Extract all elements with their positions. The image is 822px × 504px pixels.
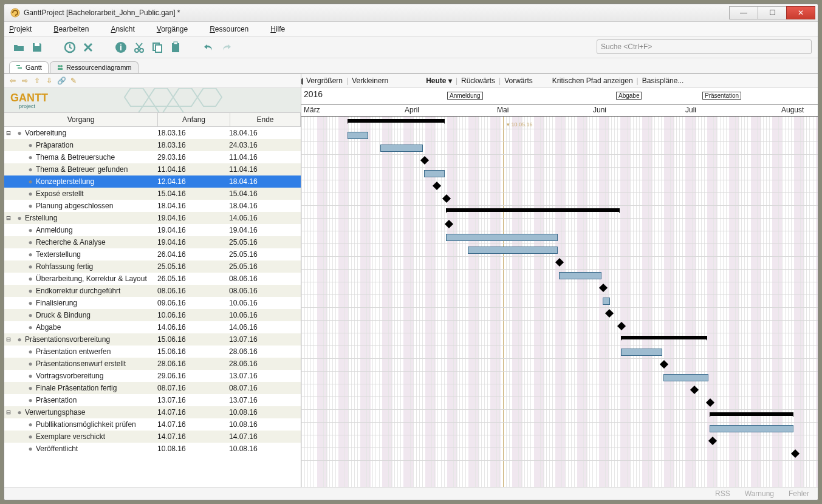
maximize-button[interactable]: ☐ — [758, 6, 787, 19]
chart-row[interactable] — [301, 321, 818, 333]
chart-row[interactable] — [301, 219, 818, 231]
milestone-diamond[interactable] — [599, 284, 608, 292]
chart-row[interactable] — [301, 435, 818, 448]
menu-bearbeiten[interactable]: Bearbeiten — [53, 25, 100, 33]
task-tree[interactable]: ⊟●Vorbereitung18.03.1618.04.16●Präparati… — [4, 127, 301, 487]
close-button[interactable]: ✕ — [786, 6, 815, 19]
task-row[interactable]: ●Präparation18.03.1624.03.16 — [4, 139, 301, 151]
search-input[interactable]: Suche <Ctrl+F> — [597, 39, 812, 54]
task-row[interactable]: ●Präsentationsenwurf erstellt28.06.1628.… — [4, 358, 301, 370]
milestone-diamond[interactable] — [433, 182, 441, 190]
task-row[interactable]: ●Endkorrektur durchgeführt08.06.1608.06.… — [4, 285, 301, 297]
tab-resources[interactable]: Ressourcendiagramm — [50, 61, 139, 73]
unlink-icon[interactable]: ✎ — [69, 76, 78, 86]
critical-path-button[interactable]: Kritischen Pfad anzeigen — [552, 77, 633, 85]
move-up-icon[interactable]: ⇧ — [32, 76, 42, 86]
cut-icon[interactable] — [132, 40, 146, 55]
task-bar[interactable] — [621, 349, 662, 356]
col-start[interactable]: Anfang — [158, 113, 230, 126]
task-bar[interactable] — [380, 145, 423, 152]
task-row[interactable]: ●Thema & Betreuer gefunden11.04.1611.04.… — [4, 163, 301, 175]
expand-toggle[interactable]: ⊟ — [4, 408, 13, 417]
chart-row[interactable] — [301, 257, 818, 270]
milestone-diamond[interactable] — [420, 156, 429, 165]
chart-row[interactable] — [301, 346, 818, 359]
task-row[interactable]: ●Finale Präsentation fertig08.07.1608.07… — [4, 382, 301, 394]
menu-vorgaenge[interactable]: Vorgänge — [157, 25, 199, 33]
status-rss[interactable]: RSS — [715, 489, 730, 498]
back-button[interactable]: Rückwärts — [461, 77, 495, 85]
chart-row[interactable] — [301, 155, 818, 168]
menu-projekt[interactable]: Projekt — [9, 25, 43, 33]
task-bar[interactable] — [603, 298, 610, 305]
chart-row[interactable] — [301, 448, 818, 461]
chart-row[interactable] — [301, 193, 818, 206]
expand-toggle[interactable]: ⊟ — [4, 214, 13, 222]
chart-row[interactable] — [301, 333, 818, 346]
task-row[interactable]: ●Abgabe14.06.1614.06.16 — [4, 321, 301, 333]
chart-row[interactable] — [301, 270, 818, 282]
milestone-diamond[interactable] — [442, 194, 451, 203]
task-bar[interactable] — [663, 374, 708, 381]
chart-row[interactable] — [301, 410, 818, 423]
chart-row[interactable] — [301, 244, 818, 257]
menu-ansicht[interactable]: Ansicht — [111, 25, 145, 33]
task-row[interactable]: ●Exemplare verschickt14.07.1614.07.16 — [4, 431, 301, 443]
task-bar[interactable] — [446, 234, 558, 241]
chart-row[interactable] — [301, 359, 818, 372]
chart-row[interactable] — [301, 206, 818, 219]
milestone-diamond[interactable] — [708, 437, 717, 445]
task-row[interactable]: ●Exposé erstellt15.04.1615.04.16 — [4, 188, 301, 200]
milestone-diamond[interactable] — [555, 258, 564, 267]
task-row[interactable]: ●Konzepterstellung12.04.1618.04.16 — [4, 175, 301, 188]
menu-ressourcen[interactable]: Ressourcen — [210, 25, 259, 33]
save-icon[interactable] — [30, 40, 44, 55]
task-row[interactable]: ⊟●Erstellung19.04.1614.06.16 — [4, 212, 301, 224]
move-down-icon[interactable]: ⇩ — [44, 76, 54, 86]
milestone-diamond[interactable] — [605, 309, 614, 318]
delete-icon[interactable] — [81, 40, 95, 55]
nav-fwd-icon[interactable]: ⇨ — [20, 76, 30, 86]
task-bar[interactable] — [424, 170, 445, 177]
task-row[interactable]: ●Texterstellung26.04.1625.05.16 — [4, 248, 301, 261]
chart-row[interactable] — [301, 372, 818, 384]
task-bar[interactable] — [559, 272, 601, 279]
titlebar[interactable]: GanttProject [Bachelorarbeit_John_Public… — [4, 4, 818, 22]
task-bar[interactable] — [710, 425, 793, 432]
milestone-diamond[interactable] — [706, 398, 714, 407]
milestone-diamond[interactable] — [617, 322, 626, 330]
chart-row[interactable] — [301, 423, 818, 435]
chart-row[interactable] — [301, 397, 818, 410]
redo-icon[interactable] — [219, 40, 234, 55]
chart-row[interactable] — [301, 308, 818, 321]
milestone-diamond[interactable] — [660, 360, 668, 369]
chart-row[interactable] — [301, 180, 818, 193]
task-row[interactable]: ●Recherche & Analyse19.04.1625.05.16 — [4, 236, 301, 248]
baselines-button[interactable]: Basispläne... — [642, 77, 684, 85]
chart-row[interactable] — [301, 142, 818, 155]
milestone-diamond[interactable] — [791, 449, 800, 458]
link-icon[interactable]: 🔗 — [57, 76, 66, 86]
task-row[interactable]: ⊟●Präsentationsvorbereitung15.06.1613.07… — [4, 333, 301, 346]
chart-row[interactable] — [301, 295, 818, 308]
zoom-in-button[interactable]: Vergrößern — [306, 77, 343, 85]
task-bar[interactable] — [468, 247, 558, 254]
task-row[interactable]: ●Präsentation13.07.1613.07.16 — [4, 394, 301, 406]
chart-row[interactable] — [301, 129, 818, 142]
chart-row[interactable] — [301, 117, 818, 129]
today-button[interactable]: Heute ▾ — [426, 77, 452, 85]
open-icon[interactable] — [12, 40, 26, 55]
expand-toggle[interactable]: ⊟ — [4, 129, 13, 137]
chart-row[interactable] — [301, 384, 818, 397]
splitter-grip[interactable] — [301, 74, 305, 89]
task-row[interactable]: ●Überarbeitung, Korrektur & Layout26.05.… — [4, 273, 301, 285]
task-row[interactable]: ⊟●Vorbereitung18.03.1618.04.16 — [4, 127, 301, 139]
milestone-diamond[interactable] — [690, 386, 699, 394]
forward-button[interactable]: Vorwärts — [504, 77, 533, 85]
task-bar[interactable] — [348, 132, 368, 139]
task-row[interactable]: ⊟●Verwertungsphase14.07.1610.08.16 — [4, 406, 301, 418]
undo-icon[interactable] — [201, 40, 216, 55]
copy-icon[interactable] — [150, 40, 165, 55]
task-row[interactable]: ●Publlikationsmöglichkeit prüfen14.07.16… — [4, 418, 301, 431]
task-row[interactable]: ●Anmeldung19.04.1619.04.16 — [4, 224, 301, 236]
